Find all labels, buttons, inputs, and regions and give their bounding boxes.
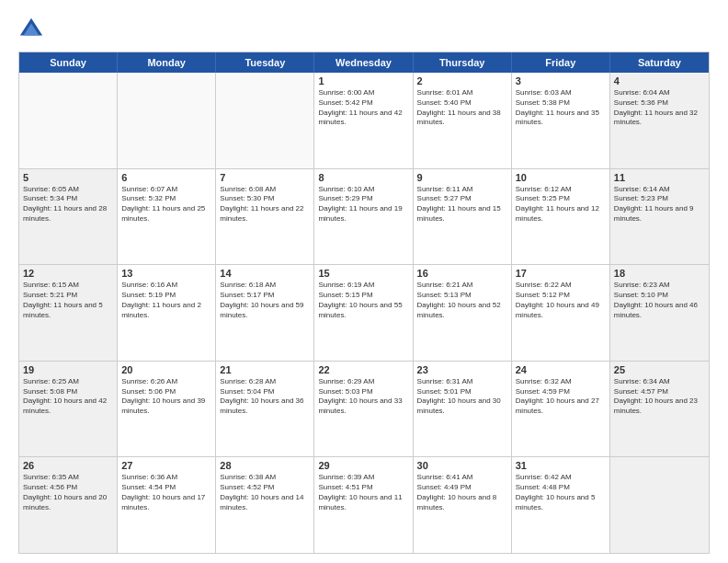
day-number: 1	[318, 75, 408, 86]
cell-info: Sunrise: 6:08 AM Sunset: 5:30 PM Dayligh…	[220, 185, 310, 224]
day-number: 25	[614, 364, 705, 375]
cal-cell-4-4: 30Sunrise: 6:41 AM Sunset: 4:49 PM Dayli…	[414, 457, 512, 553]
cell-info: Sunrise: 6:05 AM Sunset: 5:34 PM Dayligh…	[23, 185, 113, 224]
cell-info: Sunrise: 6:00 AM Sunset: 5:42 PM Dayligh…	[318, 88, 408, 128]
cal-row-3: 19Sunrise: 6:25 AM Sunset: 5:08 PM Dayli…	[19, 362, 709, 458]
header-day-friday: Friday	[512, 52, 610, 73]
cal-cell-0-6: 4Sunrise: 6:04 AM Sunset: 5:36 PM Daylig…	[610, 73, 709, 168]
cell-info: Sunrise: 6:10 AM Sunset: 5:29 PM Dayligh…	[318, 185, 408, 224]
header-day-sunday: Sunday	[19, 52, 118, 73]
cell-info: Sunrise: 6:25 AM Sunset: 5:08 PM Dayligh…	[23, 377, 113, 417]
cell-info: Sunrise: 6:11 AM Sunset: 5:27 PM Dayligh…	[417, 185, 507, 224]
cal-cell-2-0: 12Sunrise: 6:15 AM Sunset: 5:21 PM Dayli…	[19, 265, 118, 361]
cell-info: Sunrise: 6:42 AM Sunset: 4:48 PM Dayligh…	[516, 473, 606, 512]
cal-cell-2-1: 13Sunrise: 6:16 AM Sunset: 5:19 PM Dayli…	[118, 265, 216, 361]
day-number: 19	[23, 364, 113, 375]
calendar: SundayMondayTuesdayWednesdayThursdayFrid…	[18, 52, 710, 554]
cell-info: Sunrise: 6:23 AM Sunset: 5:10 PM Dayligh…	[614, 281, 705, 320]
day-number: 21	[220, 364, 310, 375]
cal-cell-1-6: 11Sunrise: 6:14 AM Sunset: 5:23 PM Dayli…	[610, 169, 709, 265]
cal-cell-4-1: 27Sunrise: 6:36 AM Sunset: 4:54 PM Dayli…	[118, 457, 216, 553]
cell-info: Sunrise: 6:41 AM Sunset: 4:49 PM Dayligh…	[417, 473, 507, 512]
day-number: 2	[417, 75, 507, 86]
cal-cell-0-0	[19, 73, 118, 168]
logo	[18, 17, 48, 42]
day-number: 17	[516, 268, 606, 279]
cell-info: Sunrise: 6:38 AM Sunset: 4:52 PM Dayligh…	[220, 473, 310, 512]
calendar-header: SundayMondayTuesdayWednesdayThursdayFrid…	[19, 52, 709, 73]
cal-row-0: 1Sunrise: 6:00 AM Sunset: 5:42 PM Daylig…	[19, 73, 709, 169]
header-day-saturday: Saturday	[610, 52, 709, 73]
cell-info: Sunrise: 6:03 AM Sunset: 5:38 PM Dayligh…	[516, 88, 606, 128]
cal-cell-2-2: 14Sunrise: 6:18 AM Sunset: 5:17 PM Dayli…	[216, 265, 314, 361]
day-number: 31	[516, 460, 606, 471]
cal-cell-1-1: 6Sunrise: 6:07 AM Sunset: 5:32 PM Daylig…	[118, 169, 216, 265]
cal-cell-2-5: 17Sunrise: 6:22 AM Sunset: 5:12 PM Dayli…	[512, 265, 610, 361]
cell-info: Sunrise: 6:34 AM Sunset: 4:57 PM Dayligh…	[614, 377, 705, 417]
day-number: 15	[318, 268, 408, 279]
cell-info: Sunrise: 6:16 AM Sunset: 5:19 PM Dayligh…	[121, 281, 211, 320]
cal-cell-1-2: 7Sunrise: 6:08 AM Sunset: 5:30 PM Daylig…	[216, 169, 314, 265]
cell-info: Sunrise: 6:28 AM Sunset: 5:04 PM Dayligh…	[220, 377, 310, 417]
day-number: 22	[318, 364, 408, 375]
page: SundayMondayTuesdayWednesdayThursdayFrid…	[0, 0, 728, 563]
cal-cell-3-0: 19Sunrise: 6:25 AM Sunset: 5:08 PM Dayli…	[19, 362, 118, 457]
cal-row-1: 5Sunrise: 6:05 AM Sunset: 5:34 PM Daylig…	[19, 169, 709, 266]
cal-cell-3-1: 20Sunrise: 6:26 AM Sunset: 5:06 PM Dayli…	[118, 362, 216, 457]
cal-cell-3-5: 24Sunrise: 6:32 AM Sunset: 4:59 PM Dayli…	[512, 362, 610, 457]
day-number: 12	[23, 268, 113, 279]
cal-cell-3-3: 22Sunrise: 6:29 AM Sunset: 5:03 PM Dayli…	[314, 362, 413, 457]
cell-info: Sunrise: 6:29 AM Sunset: 5:03 PM Dayligh…	[318, 377, 408, 417]
cell-info: Sunrise: 6:26 AM Sunset: 5:06 PM Dayligh…	[121, 377, 211, 417]
header-day-tuesday: Tuesday	[216, 52, 314, 73]
day-number: 3	[516, 75, 606, 86]
cell-info: Sunrise: 6:18 AM Sunset: 5:17 PM Dayligh…	[220, 281, 310, 320]
cal-cell-2-4: 16Sunrise: 6:21 AM Sunset: 5:13 PM Dayli…	[414, 265, 512, 361]
header-day-thursday: Thursday	[414, 52, 512, 73]
day-number: 10	[516, 172, 606, 183]
cal-cell-1-3: 8Sunrise: 6:10 AM Sunset: 5:29 PM Daylig…	[314, 169, 413, 265]
cal-cell-4-3: 29Sunrise: 6:39 AM Sunset: 4:51 PM Dayli…	[314, 457, 413, 553]
cal-cell-2-6: 18Sunrise: 6:23 AM Sunset: 5:10 PM Dayli…	[610, 265, 709, 361]
cal-cell-4-2: 28Sunrise: 6:38 AM Sunset: 4:52 PM Dayli…	[216, 457, 314, 553]
cal-cell-1-5: 10Sunrise: 6:12 AM Sunset: 5:25 PM Dayli…	[512, 169, 610, 265]
cal-cell-0-2	[216, 73, 314, 168]
cell-info: Sunrise: 6:15 AM Sunset: 5:21 PM Dayligh…	[23, 281, 113, 320]
day-number: 27	[121, 460, 211, 471]
cal-cell-3-4: 23Sunrise: 6:31 AM Sunset: 5:01 PM Dayli…	[414, 362, 512, 457]
day-number: 4	[614, 75, 705, 86]
cell-info: Sunrise: 6:04 AM Sunset: 5:36 PM Dayligh…	[614, 88, 705, 128]
day-number: 13	[121, 268, 211, 279]
day-number: 16	[417, 268, 507, 279]
cal-cell-2-3: 15Sunrise: 6:19 AM Sunset: 5:15 PM Dayli…	[314, 265, 413, 361]
cal-row-2: 12Sunrise: 6:15 AM Sunset: 5:21 PM Dayli…	[19, 265, 709, 362]
cell-info: Sunrise: 6:07 AM Sunset: 5:32 PM Dayligh…	[121, 185, 211, 224]
cell-info: Sunrise: 6:01 AM Sunset: 5:40 PM Dayligh…	[417, 88, 507, 128]
cal-cell-3-2: 21Sunrise: 6:28 AM Sunset: 5:04 PM Dayli…	[216, 362, 314, 457]
day-number: 14	[220, 268, 310, 279]
day-number: 28	[220, 460, 310, 471]
cal-cell-1-0: 5Sunrise: 6:05 AM Sunset: 5:34 PM Daylig…	[19, 169, 118, 265]
day-number: 24	[516, 364, 606, 375]
cell-info: Sunrise: 6:21 AM Sunset: 5:13 PM Dayligh…	[417, 281, 507, 320]
cal-cell-4-6	[610, 457, 709, 553]
cal-row-4: 26Sunrise: 6:35 AM Sunset: 4:56 PM Dayli…	[19, 457, 709, 553]
cal-cell-0-3: 1Sunrise: 6:00 AM Sunset: 5:42 PM Daylig…	[314, 73, 413, 168]
cal-cell-4-0: 26Sunrise: 6:35 AM Sunset: 4:56 PM Dayli…	[19, 457, 118, 553]
cell-info: Sunrise: 6:14 AM Sunset: 5:23 PM Dayligh…	[614, 185, 705, 224]
header-day-monday: Monday	[118, 52, 216, 73]
day-number: 23	[417, 364, 507, 375]
day-number: 30	[417, 460, 507, 471]
day-number: 7	[220, 172, 310, 183]
cal-cell-0-5: 3Sunrise: 6:03 AM Sunset: 5:38 PM Daylig…	[512, 73, 610, 168]
day-number: 11	[614, 172, 705, 183]
cell-info: Sunrise: 6:39 AM Sunset: 4:51 PM Dayligh…	[318, 473, 408, 512]
logo-icon	[18, 17, 44, 42]
cell-info: Sunrise: 6:12 AM Sunset: 5:25 PM Dayligh…	[516, 185, 606, 224]
cal-cell-0-1	[118, 73, 216, 168]
header	[18, 17, 710, 42]
cell-info: Sunrise: 6:22 AM Sunset: 5:12 PM Dayligh…	[516, 281, 606, 320]
day-number: 29	[318, 460, 408, 471]
header-day-wednesday: Wednesday	[314, 52, 413, 73]
cal-cell-1-4: 9Sunrise: 6:11 AM Sunset: 5:27 PM Daylig…	[414, 169, 512, 265]
